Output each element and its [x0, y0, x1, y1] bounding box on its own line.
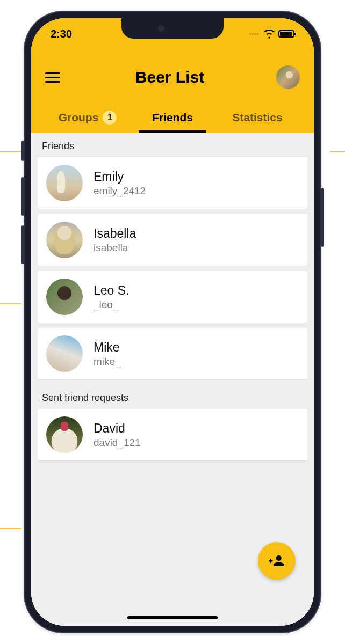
tab-friends[interactable]: Friends — [130, 103, 215, 133]
friend-name: David — [94, 421, 141, 436]
avatar — [46, 222, 83, 258]
volume-button — [21, 225, 24, 264]
tab-label: Groups — [59, 111, 99, 124]
avatar — [46, 335, 83, 372]
wifi-icon — [264, 28, 275, 39]
person-add-icon — [269, 553, 285, 569]
friend-username: mike_ — [94, 356, 121, 368]
status-time: 2:30 — [51, 28, 72, 40]
section-header-friends: Friends — [31, 133, 314, 157]
tab-label: Friends — [152, 111, 193, 124]
volume-button — [21, 177, 24, 216]
friend-name: Isabella — [94, 226, 136, 241]
tab-statistics[interactable]: Statistics — [215, 103, 300, 133]
list-item[interactable]: Mike mike_ — [38, 328, 307, 379]
avatar — [46, 279, 83, 315]
profile-avatar[interactable] — [276, 65, 300, 89]
friend-username: emily_2412 — [94, 185, 146, 197]
home-indicator[interactable] — [127, 616, 218, 619]
menu-icon[interactable] — [45, 68, 63, 86]
device-frame: 2:30 •••• Beer List Groups 1 Friends — [24, 11, 321, 633]
sent-requests-list: David david_121 — [31, 409, 314, 460]
list-item[interactable]: Emily emily_2412 — [38, 157, 307, 209]
cellular-dots-icon: •••• — [249, 31, 259, 37]
friend-username: _leo_ — [94, 299, 130, 311]
volume-button — [21, 141, 24, 161]
app-header: Beer List Groups 1 Friends Statistics — [31, 49, 314, 133]
friend-name: Emily — [94, 170, 146, 184]
power-button — [321, 188, 324, 247]
groups-badge: 1 — [103, 111, 117, 125]
friend-username: isabella — [94, 242, 136, 254]
battery-icon — [278, 30, 294, 38]
list-item[interactable]: Isabella isabella — [38, 214, 307, 266]
notch — [121, 18, 224, 39]
tab-bar: Groups 1 Friends Statistics — [45, 103, 300, 133]
friend-username: david_121 — [94, 437, 141, 449]
friend-name: Mike — [94, 340, 121, 355]
list-item[interactable]: Leo S. _leo_ — [38, 271, 307, 323]
friends-list: Emily emily_2412 Isabella isabella Leo S… — [31, 157, 314, 379]
page-title: Beer List — [135, 68, 204, 86]
screen: 2:30 •••• Beer List Groups 1 Friends — [31, 18, 314, 626]
avatar — [46, 416, 83, 453]
status-right: •••• — [249, 28, 294, 39]
section-header-sent: Sent friend requests — [31, 385, 314, 409]
add-friend-button[interactable] — [258, 542, 296, 580]
tab-label: Statistics — [232, 111, 282, 124]
tab-groups[interactable]: Groups 1 — [45, 103, 130, 133]
avatar — [46, 165, 83, 201]
friend-name: Leo S. — [94, 283, 130, 298]
list-item[interactable]: David david_121 — [38, 409, 307, 460]
